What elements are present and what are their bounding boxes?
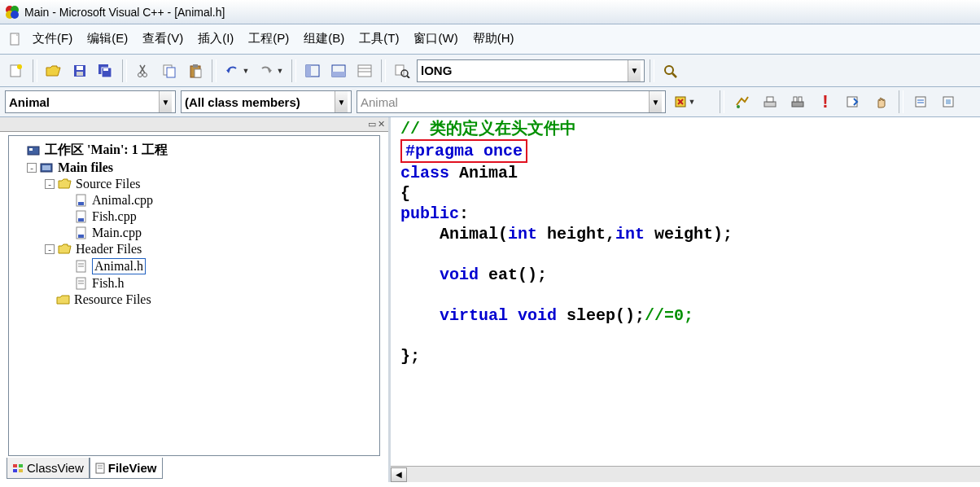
breakpoint-icon[interactable]: ! [814,90,837,113]
workspace-node[interactable]: 工作区 'Main': 1 工程 [14,141,374,160]
svg-rect-23 [332,72,345,77]
class-combo[interactable]: Animal ▼ [5,90,176,113]
redo-icon[interactable]: ▼ [256,59,287,82]
panel-close-icon[interactable]: ✕ [378,119,385,129]
svg-rect-46 [946,99,951,104]
output-icon[interactable] [327,59,350,82]
tab-fileview[interactable]: FileView [90,458,163,479]
code-keyword: int [615,225,645,244]
file-label: Animal.h [92,258,146,274]
panel-pin-icon[interactable]: ▭ [368,119,376,129]
menu-build[interactable]: 组建(B) [297,28,351,50]
code-text: eat(); [479,265,547,284]
hand-icon[interactable] [869,90,892,113]
cut-icon[interactable] [132,59,155,82]
menu-edit[interactable]: 编辑(E) [81,28,134,50]
collapse-icon[interactable]: - [45,244,55,254]
resource-folder-node[interactable]: Resource Files [14,292,374,308]
file-label: Fish.cpp [92,209,137,224]
editor-panel: // 类的定义在头文件中 #pragma once class Animal {… [391,117,980,482]
wizard-action-icon[interactable]: ▼ [671,90,698,113]
file-node[interactable]: Animal.cpp [14,192,374,208]
undo-icon[interactable]: ▼ [221,59,252,82]
tab-classview[interactable]: ClassView [7,458,90,479]
tool-icon-1[interactable] [731,90,754,113]
dropdown-arrow-icon[interactable]: ▼ [159,91,172,112]
collapse-icon[interactable]: - [45,179,55,189]
svg-rect-50 [42,165,50,170]
file-node[interactable]: Fish.cpp [14,208,374,225]
code-text [400,306,440,325]
project-node[interactable]: - Main files [14,160,374,176]
filter-combo[interactable]: Animal ▼ [357,90,666,113]
svg-rect-21 [306,65,311,77]
tool-icon-2[interactable] [759,90,781,113]
open-icon[interactable] [42,59,65,82]
menu-help[interactable]: 帮助(H) [466,28,521,50]
find-combo[interactable]: lONG ▼ [417,59,645,82]
header-folder-node[interactable]: - Header Files [14,241,374,257]
file-node[interactable]: Main.cpp [14,225,374,241]
tab-label: ClassView [27,461,84,475]
filter-combo-value: Animal [361,95,649,109]
window-list-icon[interactable] [353,59,376,82]
menu-project[interactable]: 工程(P) [242,28,295,50]
code-text: Animal( [400,225,508,244]
dropdown-arrow-icon[interactable]: ▼ [628,60,641,81]
code-text: weight); [645,225,733,244]
menu-bar: 文件(F) 编辑(E) 查看(V) 插入(I) 工程(P) 组建(B) 工具(T… [0,24,980,55]
code-text: }; [400,347,420,366]
source-folder-node[interactable]: - Source Files [14,176,374,192]
scroll-left-icon[interactable]: ◀ [391,467,407,482]
svg-rect-16 [167,68,175,77]
svg-rect-39 [794,97,797,102]
workspace-icon[interactable] [301,59,324,82]
tool-icon-4[interactable] [842,90,864,113]
tool-icon-5[interactable] [910,90,933,113]
code-comment: // 类的定义在头文件中 [400,120,576,138]
svg-rect-41 [847,97,857,107]
save-all-icon[interactable] [94,59,117,82]
menu-insert[interactable]: 插入(I) [191,28,240,50]
horizontal-scrollbar[interactable]: ◀ [391,466,980,482]
code-editor[interactable]: // 类的定义在头文件中 #pragma once class Animal {… [391,117,980,466]
workspace-label: 工作区 'Main': 1 工程 [45,142,168,159]
new-text-icon[interactable] [5,59,28,82]
menu-window[interactable]: 窗口(W) [407,28,464,50]
project-label: Main files [58,160,113,175]
svg-rect-12 [103,68,108,71]
code-keyword: virtual [440,306,508,325]
svg-rect-66 [19,469,23,472]
menu-view[interactable]: 查看(V) [136,28,190,50]
highlighted-pragma: #pragma once [400,139,527,163]
menu-tools[interactable]: 工具(T) [352,28,405,50]
find-icon[interactable] [659,59,682,82]
svg-rect-8 [77,66,83,70]
tool-icon-6[interactable] [938,90,960,113]
doc-icon[interactable] [7,28,24,50]
svg-rect-54 [78,218,84,222]
code-text: height, [537,225,615,244]
svg-point-35 [737,105,740,108]
collapse-icon[interactable]: - [27,163,37,173]
dropdown-arrow-icon[interactable]: ▼ [335,91,348,112]
copy-icon[interactable] [158,59,181,82]
tool-icon-3[interactable] [786,90,809,113]
file-node[interactable]: Fish.h [14,275,374,292]
svg-rect-18 [193,64,198,68]
code-comment: //=0; [645,306,693,325]
workspace-tabs: ClassView FileView [0,456,388,482]
paste-icon[interactable] [184,59,207,82]
svg-line-31 [672,73,676,77]
member-combo[interactable]: (All class members) ▼ [181,90,352,113]
menu-file[interactable]: 文件(F) [26,28,79,50]
file-node-selected[interactable]: Animal.h [14,257,374,275]
app-icon [5,5,20,20]
workspace-panel: ▭ ✕ 工作区 'Main': 1 工程 - Main files - Sour… [0,117,391,482]
save-icon[interactable] [68,59,91,82]
scroll-track[interactable] [407,467,980,482]
svg-point-3 [11,11,19,19]
file-tree[interactable]: 工作区 'Main': 1 工程 - Main files - Source F… [8,135,380,456]
find-in-files-icon[interactable] [391,59,413,82]
dropdown-arrow-icon[interactable]: ▼ [649,91,662,112]
